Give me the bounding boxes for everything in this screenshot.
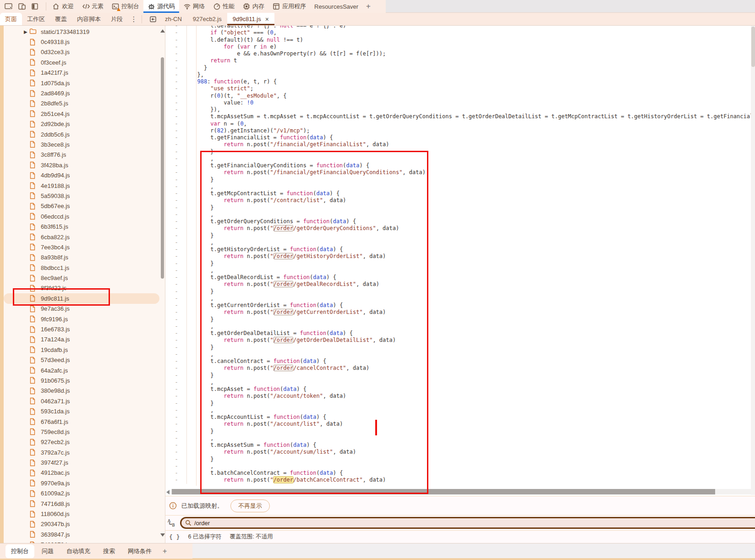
sidebar-scrollbar[interactable] [159,26,165,543]
code-line[interactable]: - , [166,351,755,358]
gutter-mark[interactable]: - [166,155,187,162]
file-tab-927ecb2.js[interactable]: 927ecb2.js [187,13,227,25]
gutter-mark[interactable]: - [166,428,187,435]
gutter-mark[interactable]: - [166,134,187,141]
code-line[interactable]: - } [166,148,755,155]
gutter-mark[interactable]: - [166,162,187,169]
drawer-tab-问题[interactable]: 问题 [36,544,59,558]
gutter-mark[interactable]: - [166,309,187,316]
panel-tab-ResourcesSaver[interactable]: ResourcesSaver [310,0,362,13]
code-line[interactable]: - t.batchCancelContract = function(data)… [166,470,755,477]
code-line[interactable]: - t.getFinancialList = function(data) { [166,134,755,141]
tree-file-759ec8d.js[interactable]: 759ec8d.js [4,427,159,437]
gutter-mark[interactable]: - [166,302,187,309]
code-line[interactable]: - } [166,204,755,211]
panel-tab-内存[interactable]: 内存 [239,0,268,13]
gutter-mark[interactable]: - [166,281,187,288]
gutter-mark[interactable]: - [166,260,187,267]
tree-file-74716d8.js[interactable]: 74716d8.js [4,499,159,509]
tree-folder[interactable]: ▶ static/1733481319 [4,27,159,37]
gutter-mark[interactable]: - [166,316,187,323]
code-line[interactable]: - t.getOrderDealDetailList = function(da… [166,330,755,337]
code-line[interactable]: - } [166,316,755,323]
code-line[interactable]: - , [166,183,755,190]
drawer-add-icon[interactable]: + [159,547,170,555]
gutter-mark[interactable]: - [166,225,187,232]
gutter-mark[interactable]: - [166,351,187,358]
drawer-tab-自动填充[interactable]: 自动填充 [61,544,96,558]
close-icon[interactable]: × [265,16,269,23]
tree-file-64a2afc.js[interactable]: 64a2afc.js [4,365,159,375]
scroll-up-icon[interactable] [160,29,165,33]
tree-file-5db67ee.js[interactable]: 5db67ee.js [4,201,159,211]
code-line[interactable]: - t.mcpAssetSum = t.mcpAsset = t.mcpAcco… [166,113,755,120]
tree-file-8bdbcc1.js[interactable]: 8bdbcc1.js [4,263,159,273]
code-line[interactable]: - , [166,435,755,442]
code-line[interactable]: - return n.post("/order/batchCancelContr… [166,477,755,483]
code-line[interactable]: - t.mcpAsset = function(data) { [166,386,755,393]
drawer-tab-网络条件[interactable]: 网络条件 [122,544,157,558]
code-line[interactable]: - r(82).getInstance)("/v1/mcp"); [166,127,755,134]
tree-file-118060d.js[interactable]: 118060d.js [4,509,159,519]
navigator-tab-覆盖[interactable]: 覆盖 [50,13,72,25]
tree-file-8ec9aef.js[interactable]: 8ec9aef.js [4,273,159,283]
code-line[interactable]: - return n.post("/order/getHistoryOrderL… [166,253,755,260]
gutter-mark[interactable]: - [166,330,187,337]
chevron-expand-icon[interactable]: ▶ [24,29,29,34]
tree-file-4db9d94.js[interactable]: 4db9d94.js [4,170,159,180]
code-line[interactable]: - return n.post("/financial/getFinancial… [166,169,755,176]
tree-file-2b8dfe5.js[interactable]: 2b8dfe5.js [4,99,159,109]
inspect-icon[interactable] [5,2,14,11]
tree-file-06edccd.js[interactable]: 06edccd.js [4,211,159,221]
code-line[interactable]: - return n.post("/account/token", data) [166,393,755,400]
tree-file-2b51ce4.js[interactable]: 2b51ce4.js [4,109,159,119]
gutter-mark[interactable]: - [166,288,187,295]
panel-tab-欢迎[interactable]: 欢迎 [48,0,78,13]
gutter-mark[interactable]: - [166,106,187,113]
gutter-mark[interactable]: - [166,372,187,379]
more-options-icon[interactable]: ⋮ [128,13,140,25]
gutter-mark[interactable]: - [166,470,187,477]
code-line[interactable]: - l.default)(t) && null !== t) [166,37,755,44]
gutter-mark[interactable]: - [166,65,187,71]
gutter-mark[interactable]: - [166,169,187,176]
gutter-mark[interactable]: - [166,400,187,407]
tree-file-91b0675.js[interactable]: 91b0675.js [4,375,159,385]
code-line[interactable]: - , [166,155,755,162]
tree-file-0d32ce3.js[interactable]: 0d32ce3.js [4,47,159,57]
tree-file-61009a2.js[interactable]: 61009a2.js [4,489,159,499]
code-line[interactable]: - } [166,344,755,351]
tree-file-6cba822.js[interactable]: 6cba822.js [4,232,159,242]
code-line[interactable]: - , [166,211,755,218]
gutter-mark[interactable]: - [166,295,187,302]
tree-file-8a93b8f.js[interactable]: 8a93b8f.js [4,253,159,263]
gutter-mark[interactable]: - [166,379,187,386]
gutter-mark[interactable]: - [166,393,187,400]
file-tab-zh-CN[interactable]: zh-CN [159,13,187,25]
code-line[interactable]: - , [166,407,755,414]
code-line[interactable]: - , [166,323,755,330]
tree-file-3792a7c.js[interactable]: 3792a7c.js [4,447,159,457]
gutter-mark[interactable]: - [166,71,187,78]
code-line[interactable]: - l.default)(e) ? {} : null === e ? {} :… [166,26,755,29]
code-line[interactable]: - return t [166,57,755,64]
tree-file-676a6f1.js[interactable]: 676a6f1.js [4,417,159,427]
dock-side-icon[interactable] [30,2,39,11]
code-line[interactable]: - } [166,372,755,379]
tree-file-3c8ff76.js[interactable]: 3c8ff76.js [4,150,159,160]
pretty-print-icon[interactable]: { } [169,533,180,540]
navigator-tab-内容脚本[interactable]: 内容脚本 [72,13,106,25]
code-line[interactable]: - return n.post("/account/sum/list", dat… [166,449,755,456]
gutter-mark[interactable]: - [166,414,187,421]
tree-file-7480278.js[interactable]: 7480278.js [4,540,159,543]
panel-tab-源代码[interactable]: 源代码 [143,0,179,13]
code-line[interactable]: - } [166,400,755,407]
tree-file-0c49318.js[interactable]: 0c49318.js [4,37,159,47]
gutter-mark[interactable]: - [166,456,187,463]
gutter-mark[interactable]: - [166,337,187,344]
gutter-mark[interactable]: - [166,141,187,148]
gutter-mark[interactable]: - [166,386,187,393]
gutter-mark[interactable]: - [166,344,187,351]
code-line[interactable]: - t.getHistoryOrderList = function(data)… [166,246,755,253]
code-line[interactable]: - t.mcpAccountList = function(data) { [166,414,755,421]
